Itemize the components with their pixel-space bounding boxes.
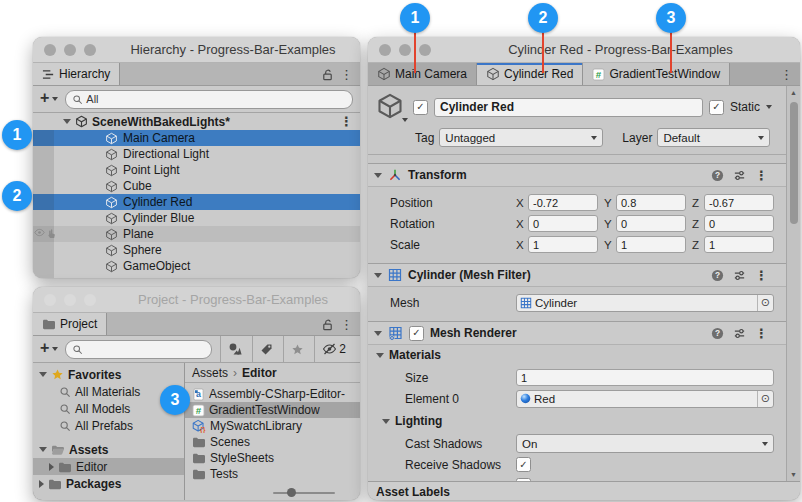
pickability-hand-icon[interactable] bbox=[46, 228, 57, 239]
zoom-window-icon[interactable] bbox=[84, 294, 96, 306]
window-controls[interactable] bbox=[33, 44, 106, 56]
breadcrumb-root[interactable]: Assets bbox=[192, 366, 228, 380]
breadcrumb-current[interactable]: Editor bbox=[242, 366, 277, 380]
foldout-arrow-icon[interactable] bbox=[39, 480, 44, 488]
tab-project[interactable]: Project bbox=[33, 313, 107, 335]
lock-icon[interactable] bbox=[321, 68, 334, 81]
help-icon[interactable] bbox=[711, 269, 724, 282]
minimize-window-icon[interactable] bbox=[64, 294, 76, 306]
foldout-arrow-icon[interactable] bbox=[63, 119, 71, 124]
inspector-scrollbar[interactable]: ▲ ▼ bbox=[786, 86, 800, 481]
component-menu-icon[interactable]: ⋮ bbox=[755, 169, 768, 182]
position-y-field[interactable]: 0.8 bbox=[616, 194, 686, 211]
hierarchy-search-input[interactable]: All bbox=[65, 90, 353, 109]
object-picker-icon[interactable]: ⊙ bbox=[757, 295, 773, 311]
materials-foldout[interactable]: Materials bbox=[368, 345, 786, 365]
component-menu-icon[interactable]: ⋮ bbox=[755, 327, 768, 340]
slider-thumb[interactable] bbox=[287, 488, 296, 497]
search-by-label-button[interactable] bbox=[252, 336, 280, 362]
zoom-window-icon[interactable] bbox=[419, 44, 431, 56]
scroll-down-icon[interactable]: ▼ bbox=[787, 471, 800, 478]
active-checkbox[interactable]: ✓ bbox=[413, 100, 428, 115]
hierarchy-item-sphere[interactable]: Sphere bbox=[33, 242, 360, 258]
receive-shadows-checkbox[interactable]: ✓ bbox=[516, 457, 531, 472]
name-field[interactable]: Cylinder Red bbox=[434, 98, 703, 117]
position-x-field[interactable]: -0.72 bbox=[528, 194, 598, 211]
scale-z-field[interactable]: 1 bbox=[704, 236, 774, 253]
component-enabled-checkbox[interactable]: ✓ bbox=[409, 326, 424, 341]
tab-gradienttestwindow[interactable]: GradientTestWindow bbox=[583, 63, 730, 85]
asset-item-tests[interactable]: Tests bbox=[185, 466, 360, 482]
search-by-type-button[interactable] bbox=[220, 336, 249, 362]
rotation-x-field[interactable]: 0 bbox=[528, 215, 598, 232]
foldout-arrow-icon[interactable] bbox=[374, 331, 382, 336]
mesh-renderer-section-header[interactable]: ✓ Mesh Renderer ⋮ bbox=[368, 321, 786, 345]
rotation-z-field[interactable]: 0 bbox=[704, 215, 774, 232]
create-object-button[interactable]: + bbox=[40, 90, 49, 106]
static-dropdown-icon[interactable] bbox=[766, 105, 772, 109]
cast-shadows-dropdown[interactable]: On bbox=[516, 434, 774, 453]
hierarchy-item-main-camera[interactable]: Main Camera bbox=[33, 130, 360, 146]
hierarchy-item-plane[interactable]: Plane bbox=[33, 226, 360, 242]
preset-icon[interactable] bbox=[733, 327, 746, 340]
hidden-items-button[interactable]: 2 bbox=[314, 336, 353, 362]
hierarchy-item-directional-light[interactable]: Directional Light bbox=[33, 146, 360, 162]
window-controls[interactable] bbox=[33, 294, 106, 306]
asset-labels-section[interactable]: Asset Labels bbox=[368, 481, 800, 500]
scene-row[interactable]: SceneWithBakedLights* ⋮ bbox=[33, 113, 360, 130]
foldout-arrow-icon[interactable] bbox=[374, 173, 382, 178]
position-z-field[interactable]: -0.67 bbox=[704, 194, 774, 211]
panel-menu-icon[interactable]: ⋮ bbox=[340, 68, 353, 81]
window-controls[interactable] bbox=[368, 44, 441, 56]
scale-x-field[interactable]: 1 bbox=[528, 236, 598, 253]
mesh-filter-section-header[interactable]: Cylinder (Mesh Filter) ⋮ bbox=[368, 263, 786, 287]
asset-item-gradienttestwindow[interactable]: GradientTestWindow bbox=[185, 402, 360, 418]
hierarchy-item-point-light[interactable]: Point Light bbox=[33, 162, 360, 178]
transform-section-header[interactable]: Transform ⋮ bbox=[368, 163, 786, 187]
scrollbar-thumb[interactable] bbox=[790, 102, 798, 224]
scroll-up-icon[interactable]: ▲ bbox=[787, 89, 800, 96]
materials-size-field[interactable]: 1 bbox=[516, 369, 774, 386]
asset-item-myswatchlibrary[interactable]: MySwatchLibrary bbox=[185, 418, 360, 434]
close-window-icon[interactable] bbox=[44, 294, 56, 306]
foldout-arrow-icon[interactable] bbox=[376, 353, 384, 358]
visibility-eye-icon[interactable] bbox=[34, 228, 45, 239]
foldout-arrow-icon[interactable] bbox=[49, 463, 54, 471]
scene-menu-icon[interactable]: ⋮ bbox=[340, 115, 360, 128]
hierarchy-item-cylinder-red[interactable]: Cylinder Red bbox=[33, 194, 360, 210]
rotation-y-field[interactable]: 0 bbox=[616, 215, 686, 232]
foldout-arrow-icon[interactable] bbox=[39, 372, 47, 377]
create-asset-button[interactable]: + bbox=[40, 340, 49, 356]
asset-item-stylesheets[interactable]: StyleSheets bbox=[185, 450, 360, 466]
static-checkbox[interactable]: ✓ bbox=[709, 100, 724, 115]
element0-object-field[interactable]: Red ⊙ bbox=[516, 390, 774, 408]
minimize-window-icon[interactable] bbox=[399, 44, 411, 56]
mesh-object-field[interactable]: Cylinder ⊙ bbox=[516, 294, 774, 312]
component-menu-icon[interactable]: ⋮ bbox=[755, 269, 768, 282]
project-search-input[interactable] bbox=[65, 340, 212, 359]
help-icon[interactable] bbox=[711, 169, 724, 182]
panel-menu-icon[interactable]: ⋮ bbox=[780, 68, 793, 81]
zoom-window-icon[interactable] bbox=[84, 44, 96, 56]
lighting-foldout[interactable]: Lighting bbox=[368, 411, 786, 431]
layer-dropdown[interactable]: Default bbox=[657, 128, 770, 147]
tag-dropdown[interactable]: Untagged bbox=[439, 128, 603, 147]
asset-item-scenes[interactable]: Scenes bbox=[185, 434, 360, 450]
tree-item-assets[interactable]: Assets bbox=[33, 441, 184, 458]
asset-zoom-slider[interactable] bbox=[273, 492, 335, 494]
close-window-icon[interactable] bbox=[379, 44, 391, 56]
close-window-icon[interactable] bbox=[44, 44, 56, 56]
hierarchy-item-cylinder-blue[interactable]: Cylinder Blue bbox=[33, 210, 360, 226]
tab-main-camera[interactable]: Main Camera bbox=[368, 63, 477, 85]
object-picker-icon[interactable]: ⊙ bbox=[757, 391, 773, 407]
foldout-arrow-icon[interactable] bbox=[374, 273, 382, 278]
preset-icon[interactable] bbox=[733, 269, 746, 282]
tab-cylinder-red[interactable]: Cylinder Red bbox=[477, 63, 583, 85]
foldout-arrow-icon[interactable] bbox=[382, 419, 390, 424]
tab-hierarchy[interactable]: Hierarchy bbox=[33, 63, 120, 85]
lock-icon[interactable] bbox=[321, 318, 334, 331]
tree-item-editor[interactable]: Editor bbox=[33, 458, 184, 475]
tree-item-favorites[interactable]: Favorites bbox=[33, 366, 184, 383]
favorites-filter-button[interactable] bbox=[283, 336, 311, 362]
create-dropdown-icon[interactable] bbox=[52, 347, 58, 351]
